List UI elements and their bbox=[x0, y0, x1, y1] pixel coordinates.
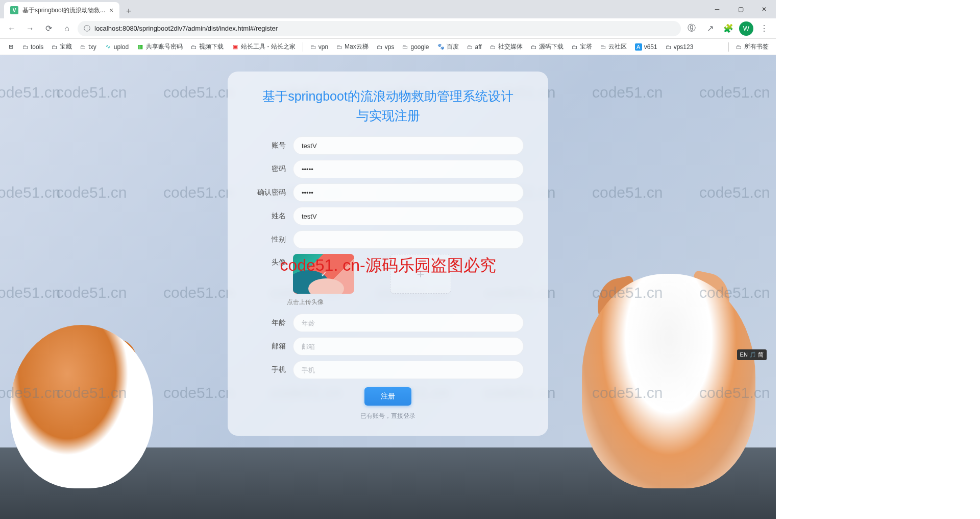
bookmark-folder[interactable]: 🗀视频下载 bbox=[188, 40, 227, 53]
phone-label: 手机 bbox=[252, 365, 293, 374]
name-input[interactable] bbox=[293, 207, 524, 225]
bookmark-bar: ⊞ 🗀tools 🗀宝藏 🗀txy ∿uplod ▦共享账号密码 🗀视频下载 ▣… bbox=[0, 39, 776, 55]
maximize-button[interactable]: ▢ bbox=[729, 0, 752, 18]
register-card: 基于springboot的流浪动物救助管理系统设计与实现注册 账号 密码 确认密… bbox=[228, 72, 548, 436]
page-content: code51.cn code51.cn code51.cn code51.cn … bbox=[0, 55, 776, 519]
card-title: 基于springboot的流浪动物救助管理系统设计与实现注册 bbox=[252, 87, 524, 125]
login-link[interactable]: 已有账号，直接登录 bbox=[252, 412, 524, 420]
close-icon[interactable]: × bbox=[109, 6, 113, 14]
age-label: 年龄 bbox=[252, 318, 293, 327]
apps-button[interactable]: ⊞ bbox=[4, 41, 17, 53]
extensions-icon[interactable]: 🧩 bbox=[721, 21, 736, 36]
ime-indicator[interactable]: EN 🎵 简 bbox=[737, 349, 767, 360]
email-label: 邮箱 bbox=[252, 342, 293, 351]
bookmark-folder[interactable]: 🗀源码下载 bbox=[528, 40, 567, 53]
forward-button[interactable]: → bbox=[22, 21, 38, 36]
bookmark-folder[interactable]: 🗀社交媒体 bbox=[487, 40, 526, 53]
bookmark-item[interactable]: ∿uplod bbox=[102, 41, 132, 53]
address-bar[interactable]: ⓘ localhost:8080/springboot2dlv7/admin/d… bbox=[78, 21, 681, 36]
email-input[interactable] bbox=[293, 337, 524, 356]
gender-input[interactable] bbox=[293, 230, 524, 249]
bookmark-item[interactable]: ▦共享账号密码 bbox=[134, 40, 186, 53]
avatar-hint: 点击上传头像 bbox=[287, 298, 524, 306]
back-button[interactable]: ← bbox=[4, 21, 19, 36]
bookmark-item[interactable]: ▣站长工具 - 站长之家 bbox=[229, 40, 299, 53]
minimize-button[interactable]: ─ bbox=[705, 0, 729, 18]
bookmark-folder[interactable]: 🗀云社区 bbox=[597, 40, 630, 53]
gender-label: 性别 bbox=[252, 235, 293, 244]
account-label: 账号 bbox=[252, 141, 293, 150]
register-button[interactable]: 注册 bbox=[364, 387, 411, 406]
browser-chrome: V 基于springboot的流浪动物救... × + ─ ▢ ✕ ← → ⟳ … bbox=[0, 0, 776, 55]
bookmark-folder[interactable]: 🗀宝塔 bbox=[569, 40, 595, 53]
window-close-button[interactable]: ✕ bbox=[752, 0, 776, 18]
password-input[interactable] bbox=[293, 160, 524, 178]
browser-tab[interactable]: V 基于springboot的流浪动物救... × bbox=[4, 2, 119, 18]
name-label: 姓名 bbox=[252, 211, 293, 221]
menu-icon[interactable]: ⋮ bbox=[756, 21, 772, 36]
window-controls: ─ ▢ ✕ bbox=[705, 0, 776, 18]
new-tab-button[interactable]: + bbox=[121, 4, 136, 18]
confirm-password-label: 确认密码 bbox=[252, 188, 293, 197]
password-label: 密码 bbox=[252, 164, 293, 174]
bookmark-folder[interactable]: 🗀aff bbox=[464, 41, 485, 53]
home-button[interactable]: ⌂ bbox=[59, 21, 75, 36]
account-input[interactable] bbox=[293, 136, 524, 155]
bookmark-folder[interactable]: 🗀google bbox=[399, 41, 432, 53]
vue-favicon: V bbox=[10, 6, 18, 14]
age-input[interactable] bbox=[293, 314, 524, 332]
profile-avatar[interactable]: W bbox=[739, 21, 753, 36]
bookmark-folder[interactable]: 🗀vps123 bbox=[663, 41, 697, 53]
bookmark-item[interactable]: 🐾百度 bbox=[434, 40, 462, 53]
confirm-password-input[interactable] bbox=[293, 183, 524, 202]
phone-input[interactable] bbox=[293, 361, 524, 379]
bookmark-folder[interactable]: 🗀vps bbox=[374, 41, 398, 53]
bookmark-item[interactable]: Av651 bbox=[632, 41, 660, 53]
bookmark-folder[interactable]: 🗀tools bbox=[19, 41, 46, 53]
share-icon[interactable]: ↗ bbox=[702, 21, 718, 36]
tab-title: 基于springboot的流浪动物救... bbox=[22, 6, 105, 15]
url-text: localhost:8080/springboot2dlv7/admin/dis… bbox=[94, 25, 278, 32]
reload-button[interactable]: ⟳ bbox=[41, 21, 56, 36]
bookmark-folder[interactable]: 🗀vpn bbox=[307, 41, 331, 53]
nav-bar: ← → ⟳ ⌂ ⓘ localhost:8080/springboot2dlv7… bbox=[0, 18, 776, 39]
watermark-main: code51. cn-源码乐园盗图必究 bbox=[280, 254, 496, 277]
bookmark-folder[interactable]: 🗀txy bbox=[77, 41, 99, 53]
bookmark-folder[interactable]: 🗀宝藏 bbox=[48, 40, 75, 53]
info-icon: ⓘ bbox=[84, 24, 90, 33]
bookmark-folder[interactable]: 🗀Max云梯 bbox=[333, 40, 372, 53]
all-bookmarks[interactable]: 🗀所有书签 bbox=[733, 40, 772, 53]
translate-icon[interactable]: ⓖ bbox=[684, 21, 699, 36]
tab-bar: V 基于springboot的流浪动物救... × + ─ ▢ ✕ bbox=[0, 0, 776, 18]
